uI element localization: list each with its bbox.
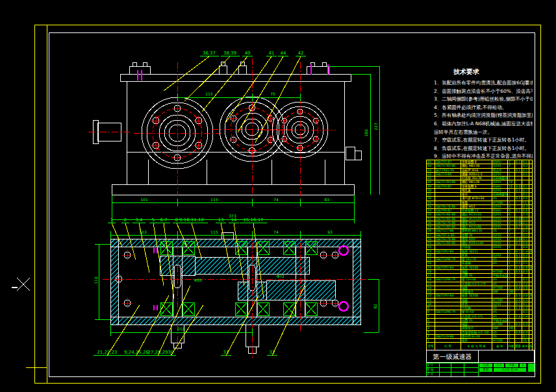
drawing-sheet: 115 75 186 227 101 115 74 83 373 xyxy=(0,0,556,392)
signature-row: 设 计 xyxy=(426,363,478,367)
svg-text:Φ55: Φ55 xyxy=(194,278,203,282)
title-block-field: 1 xyxy=(520,363,526,367)
balloon-label: 38,39 xyxy=(223,51,236,56)
balloon-label: 6,7 xyxy=(160,217,167,223)
balloon-label: 42 xyxy=(298,51,304,56)
balloon-callouts: 36,3738,3940414442123,456,789,10,11,1213… xyxy=(94,51,306,356)
title-block: 第一级减速器 设 计审 核工 艺 比例1:2件数1重量共1张 第1张 xyxy=(426,350,535,376)
title-block-field: 件数 xyxy=(505,363,518,367)
balloon-label: 14 xyxy=(231,217,237,223)
tech-line: 5、所有轴承处均须注润滑脂(锂基润滑脂加至腔内)。 xyxy=(434,112,533,120)
svg-text:186: 186 xyxy=(364,129,368,137)
title-block-fields: 比例1:2件数1重量共1张 第1张 xyxy=(478,363,535,376)
balloon-label: 21,22,23 xyxy=(97,350,117,355)
svg-text:115: 115 xyxy=(210,197,218,202)
bom-header-cell: 材 料 xyxy=(492,343,507,350)
tech-line: 7、空载试车,在额定转速下正反转各1小时。 xyxy=(434,136,533,145)
svg-text:83: 83 xyxy=(324,197,329,202)
signature-row: 工 艺 xyxy=(426,372,478,376)
title-block-field: 比例 xyxy=(479,363,492,367)
balloon-label: 15,16,17 xyxy=(243,217,263,223)
title-block-field xyxy=(528,363,535,372)
balloon-label: 44 xyxy=(281,51,286,56)
bom-header-cell: 序号 xyxy=(426,343,435,350)
title-block-field: 重量 xyxy=(479,368,492,372)
balloon-label: 8 xyxy=(175,217,178,223)
svg-text:227: 227 xyxy=(373,123,378,130)
tech-title: 技术要求 xyxy=(453,67,533,77)
balloon-label: 3,4 xyxy=(135,217,143,223)
balloon-label: 36,37 xyxy=(203,51,216,56)
bom-header-cell: 名 称 与 规 格 xyxy=(461,343,492,350)
bom-table: 45GB/T93-87弹簧垫圈 865Mn20.10.144GB/T5783-8… xyxy=(426,160,533,350)
table-row: 1箱座HT2001-20.1 xyxy=(426,338,532,342)
svg-text:116: 116 xyxy=(94,276,98,284)
balloon-label: 40 xyxy=(245,51,251,56)
technical-requirements: 技术要求 1、装配前所有零件均需清洗,配合面按6GJ要求。2、齿面接触斑点沿齿长… xyxy=(434,67,533,161)
title-block-empty-cell xyxy=(478,350,535,363)
tech-line: 2、齿面接触斑点沿齿长不小于60%、沿齿高不小于60%。 xyxy=(434,88,533,96)
svg-text:75: 75 xyxy=(270,92,275,96)
svg-text:115: 115 xyxy=(205,92,213,96)
front-view xyxy=(88,58,361,196)
drawing-title: 第一级减速器 xyxy=(426,350,479,363)
balloon-label: 2 xyxy=(124,217,127,223)
balloon-label: 9,10,11,12 xyxy=(179,217,204,223)
svg-text:93: 93 xyxy=(327,230,333,234)
tech-line: 4、各紧固件必须拧紧,不得松动。 xyxy=(434,104,533,112)
title-block-field: 1:2 xyxy=(494,363,504,367)
balloon-label: 41 xyxy=(269,51,275,56)
bom-header-cell: 件数 xyxy=(507,343,514,350)
bom-header: 序号代 号名 称 与 规 格材 料件数重量 单件|总计备 注 xyxy=(426,342,532,350)
tech-line: 运转半月左右需换油一次。 xyxy=(434,129,533,137)
bom-header-cell: 代 号 xyxy=(435,343,461,350)
crosshair-cursor xyxy=(12,278,30,291)
front-view-dimensions: 115 75 186 227 101 115 74 83 373 xyxy=(112,66,379,223)
svg-text:74: 74 xyxy=(273,230,279,234)
tech-line: 1、装配前所有零件均需清洗,配合面按6GJ要求。 xyxy=(434,79,533,88)
svg-text:74: 74 xyxy=(273,197,279,202)
balloon-label: 5 xyxy=(152,217,155,223)
tech-line: 3、二轴间侧隙(参考)用铅丝检验,侧隙不小于0.1mm间隙。 xyxy=(434,95,533,104)
balloon-label: 1 xyxy=(110,217,113,223)
balloon-label: 9,24,25,26 xyxy=(124,350,149,355)
signature-row: 审 核 xyxy=(426,367,478,372)
bom-header-cell: 重量 单件|总计 xyxy=(514,343,529,350)
signature-rows: 设 计审 核工 艺 xyxy=(426,363,478,376)
tech-line: 6、箱体内加注L-A N68机械油,油面应达大齿轮上浮标齿高。 xyxy=(434,120,533,129)
bom-header-cell: 备 注 xyxy=(529,343,532,350)
svg-text:115: 115 xyxy=(210,230,218,234)
svg-text:82: 82 xyxy=(373,304,377,309)
svg-text:218: 218 xyxy=(177,326,185,331)
title-block-field: 共1张 第1张 xyxy=(494,368,526,372)
svg-text:Φ72: Φ72 xyxy=(277,274,285,278)
tech-line: 8、负载试车,在额定转速下正反转各1小时。 xyxy=(434,145,533,153)
balloon-label: 27,28,29 xyxy=(147,350,168,355)
svg-text:101: 101 xyxy=(140,197,148,202)
balloon-label: 13 xyxy=(218,217,224,223)
